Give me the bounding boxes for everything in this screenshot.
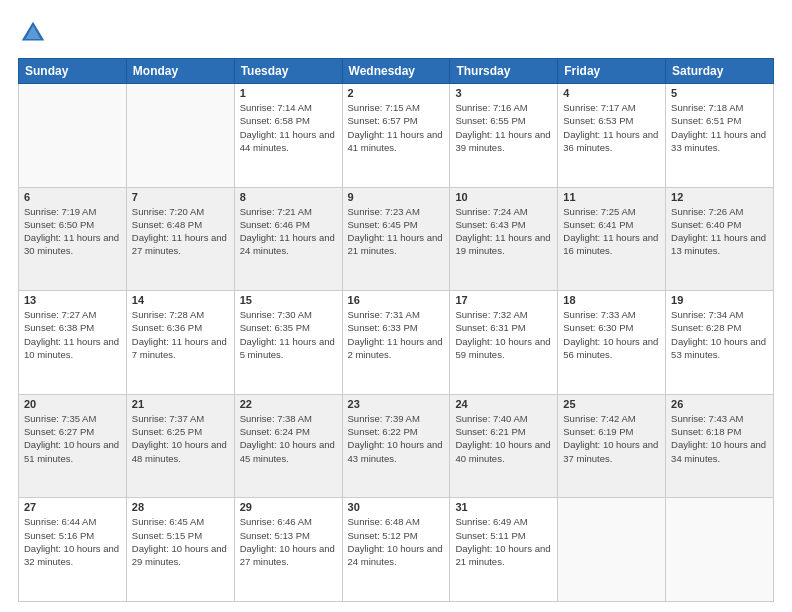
day-cell: 6Sunrise: 7:19 AM Sunset: 6:50 PM Daylig… (19, 187, 127, 291)
day-cell: 12Sunrise: 7:26 AM Sunset: 6:40 PM Dayli… (666, 187, 774, 291)
day-number: 25 (563, 398, 660, 410)
day-number: 20 (24, 398, 121, 410)
day-info: Sunrise: 7:24 AM Sunset: 6:43 PM Dayligh… (455, 205, 552, 258)
day-info: Sunrise: 7:14 AM Sunset: 6:58 PM Dayligh… (240, 101, 337, 154)
day-cell: 19Sunrise: 7:34 AM Sunset: 6:28 PM Dayli… (666, 291, 774, 395)
day-number: 15 (240, 294, 337, 306)
day-info: Sunrise: 7:18 AM Sunset: 6:51 PM Dayligh… (671, 101, 768, 154)
day-cell: 28Sunrise: 6:45 AM Sunset: 5:15 PM Dayli… (126, 498, 234, 602)
day-cell: 5Sunrise: 7:18 AM Sunset: 6:51 PM Daylig… (666, 84, 774, 188)
day-number: 6 (24, 191, 121, 203)
day-cell: 23Sunrise: 7:39 AM Sunset: 6:22 PM Dayli… (342, 394, 450, 498)
day-info: Sunrise: 7:40 AM Sunset: 6:21 PM Dayligh… (455, 412, 552, 465)
day-number: 26 (671, 398, 768, 410)
day-number: 12 (671, 191, 768, 203)
day-number: 27 (24, 501, 121, 513)
day-info: Sunrise: 6:46 AM Sunset: 5:13 PM Dayligh… (240, 515, 337, 568)
day-cell: 25Sunrise: 7:42 AM Sunset: 6:19 PM Dayli… (558, 394, 666, 498)
day-number: 24 (455, 398, 552, 410)
day-info: Sunrise: 7:21 AM Sunset: 6:46 PM Dayligh… (240, 205, 337, 258)
day-info: Sunrise: 6:44 AM Sunset: 5:16 PM Dayligh… (24, 515, 121, 568)
day-cell: 8Sunrise: 7:21 AM Sunset: 6:46 PM Daylig… (234, 187, 342, 291)
day-number: 11 (563, 191, 660, 203)
week-row-3: 13Sunrise: 7:27 AM Sunset: 6:38 PM Dayli… (19, 291, 774, 395)
col-header-saturday: Saturday (666, 59, 774, 84)
day-number: 29 (240, 501, 337, 513)
day-number: 1 (240, 87, 337, 99)
day-info: Sunrise: 7:20 AM Sunset: 6:48 PM Dayligh… (132, 205, 229, 258)
day-info: Sunrise: 7:32 AM Sunset: 6:31 PM Dayligh… (455, 308, 552, 361)
day-cell: 24Sunrise: 7:40 AM Sunset: 6:21 PM Dayli… (450, 394, 558, 498)
day-info: Sunrise: 7:38 AM Sunset: 6:24 PM Dayligh… (240, 412, 337, 465)
day-info: Sunrise: 7:39 AM Sunset: 6:22 PM Dayligh… (348, 412, 445, 465)
day-info: Sunrise: 7:26 AM Sunset: 6:40 PM Dayligh… (671, 205, 768, 258)
day-number: 14 (132, 294, 229, 306)
day-cell: 21Sunrise: 7:37 AM Sunset: 6:25 PM Dayli… (126, 394, 234, 498)
day-info: Sunrise: 7:23 AM Sunset: 6:45 PM Dayligh… (348, 205, 445, 258)
day-info: Sunrise: 7:37 AM Sunset: 6:25 PM Dayligh… (132, 412, 229, 465)
col-header-thursday: Thursday (450, 59, 558, 84)
day-info: Sunrise: 7:27 AM Sunset: 6:38 PM Dayligh… (24, 308, 121, 361)
day-info: Sunrise: 6:48 AM Sunset: 5:12 PM Dayligh… (348, 515, 445, 568)
day-info: Sunrise: 7:43 AM Sunset: 6:18 PM Dayligh… (671, 412, 768, 465)
col-header-friday: Friday (558, 59, 666, 84)
day-cell: 13Sunrise: 7:27 AM Sunset: 6:38 PM Dayli… (19, 291, 127, 395)
day-cell: 31Sunrise: 6:49 AM Sunset: 5:11 PM Dayli… (450, 498, 558, 602)
day-number: 10 (455, 191, 552, 203)
day-info: Sunrise: 7:15 AM Sunset: 6:57 PM Dayligh… (348, 101, 445, 154)
day-info: Sunrise: 7:28 AM Sunset: 6:36 PM Dayligh… (132, 308, 229, 361)
week-row-2: 6Sunrise: 7:19 AM Sunset: 6:50 PM Daylig… (19, 187, 774, 291)
day-number: 22 (240, 398, 337, 410)
day-info: Sunrise: 7:30 AM Sunset: 6:35 PM Dayligh… (240, 308, 337, 361)
header (18, 18, 774, 48)
day-cell: 9Sunrise: 7:23 AM Sunset: 6:45 PM Daylig… (342, 187, 450, 291)
day-cell: 17Sunrise: 7:32 AM Sunset: 6:31 PM Dayli… (450, 291, 558, 395)
day-info: Sunrise: 6:49 AM Sunset: 5:11 PM Dayligh… (455, 515, 552, 568)
week-row-5: 27Sunrise: 6:44 AM Sunset: 5:16 PM Dayli… (19, 498, 774, 602)
day-number: 30 (348, 501, 445, 513)
day-number: 8 (240, 191, 337, 203)
day-cell: 16Sunrise: 7:31 AM Sunset: 6:33 PM Dayli… (342, 291, 450, 395)
day-info: Sunrise: 7:42 AM Sunset: 6:19 PM Dayligh… (563, 412, 660, 465)
day-cell: 11Sunrise: 7:25 AM Sunset: 6:41 PM Dayli… (558, 187, 666, 291)
day-info: Sunrise: 7:35 AM Sunset: 6:27 PM Dayligh… (24, 412, 121, 465)
day-cell: 30Sunrise: 6:48 AM Sunset: 5:12 PM Dayli… (342, 498, 450, 602)
day-cell: 2Sunrise: 7:15 AM Sunset: 6:57 PM Daylig… (342, 84, 450, 188)
day-cell: 7Sunrise: 7:20 AM Sunset: 6:48 PM Daylig… (126, 187, 234, 291)
day-number: 9 (348, 191, 445, 203)
day-number: 16 (348, 294, 445, 306)
day-cell: 27Sunrise: 6:44 AM Sunset: 5:16 PM Dayli… (19, 498, 127, 602)
day-cell: 14Sunrise: 7:28 AM Sunset: 6:36 PM Dayli… (126, 291, 234, 395)
week-row-4: 20Sunrise: 7:35 AM Sunset: 6:27 PM Dayli… (19, 394, 774, 498)
day-number: 13 (24, 294, 121, 306)
day-cell (666, 498, 774, 602)
day-number: 17 (455, 294, 552, 306)
calendar-header-row: SundayMondayTuesdayWednesdayThursdayFrid… (19, 59, 774, 84)
day-cell: 20Sunrise: 7:35 AM Sunset: 6:27 PM Dayli… (19, 394, 127, 498)
day-info: Sunrise: 7:33 AM Sunset: 6:30 PM Dayligh… (563, 308, 660, 361)
day-cell: 10Sunrise: 7:24 AM Sunset: 6:43 PM Dayli… (450, 187, 558, 291)
day-info: Sunrise: 7:34 AM Sunset: 6:28 PM Dayligh… (671, 308, 768, 361)
week-row-1: 1Sunrise: 7:14 AM Sunset: 6:58 PM Daylig… (19, 84, 774, 188)
day-cell (19, 84, 127, 188)
day-number: 3 (455, 87, 552, 99)
day-number: 2 (348, 87, 445, 99)
day-cell: 4Sunrise: 7:17 AM Sunset: 6:53 PM Daylig… (558, 84, 666, 188)
day-number: 5 (671, 87, 768, 99)
calendar: SundayMondayTuesdayWednesdayThursdayFrid… (18, 58, 774, 602)
day-info: Sunrise: 7:31 AM Sunset: 6:33 PM Dayligh… (348, 308, 445, 361)
day-number: 7 (132, 191, 229, 203)
day-number: 23 (348, 398, 445, 410)
col-header-wednesday: Wednesday (342, 59, 450, 84)
day-number: 18 (563, 294, 660, 306)
day-cell (558, 498, 666, 602)
day-number: 31 (455, 501, 552, 513)
day-number: 19 (671, 294, 768, 306)
day-cell: 29Sunrise: 6:46 AM Sunset: 5:13 PM Dayli… (234, 498, 342, 602)
day-cell: 1Sunrise: 7:14 AM Sunset: 6:58 PM Daylig… (234, 84, 342, 188)
col-header-sunday: Sunday (19, 59, 127, 84)
logo (18, 18, 54, 48)
day-number: 28 (132, 501, 229, 513)
day-cell (126, 84, 234, 188)
col-header-tuesday: Tuesday (234, 59, 342, 84)
